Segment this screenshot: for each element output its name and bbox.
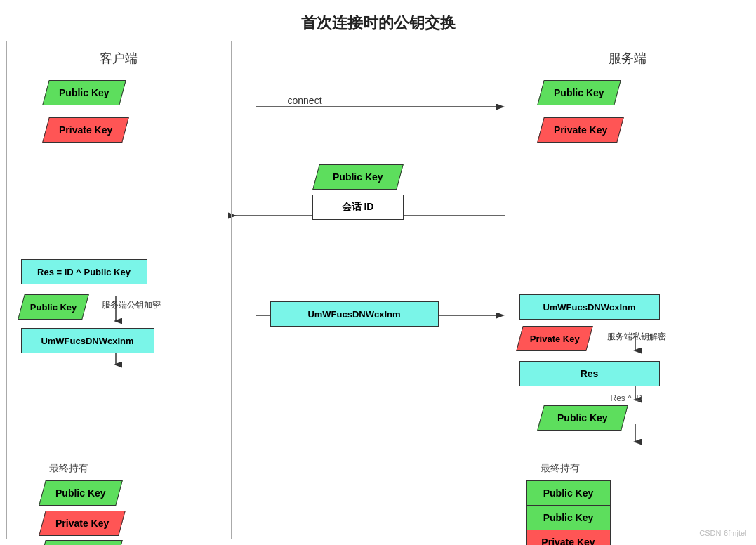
- client-title: 客户端: [7, 41, 231, 72]
- client-res-formula: Res = ID ^ Public Key: [21, 259, 147, 284]
- server-public-key-init: Public Key: [541, 80, 618, 105]
- server-res-pub-key: Public Key: [541, 405, 625, 431]
- server-private-key-init: Private Key: [541, 117, 621, 143]
- server-decrypt-label: 服务端私钥解密: [607, 329, 666, 343]
- middle-encoded-box: UmWFucsDNWcxInm: [270, 301, 439, 327]
- client-private-key-init: Private Key: [46, 117, 126, 143]
- server-column: 服务端 Public Key Private Key UmWFucsDNWcxI…: [505, 41, 750, 539]
- server-final-label: 最终持有: [541, 461, 580, 475]
- main-title: 首次连接时的公钥交换: [0, 0, 756, 41]
- client-final-label: 最终持有: [49, 461, 88, 475]
- server-final-pub1: Public Key: [526, 480, 611, 506]
- server-encoded-box: UmWFucsDNWcxInm: [519, 294, 660, 320]
- session-id-box: 会话 ID: [312, 195, 404, 220]
- middle-column: connect Public Key 会话 ID UmWFucsDNWcxInm: [232, 41, 505, 539]
- watermark: CSDN-6fmjtel: [699, 529, 746, 537]
- server-encrypt-label: 服务端公钥加密: [102, 298, 161, 311]
- middle-public-key: Public Key: [316, 164, 400, 190]
- diagram-area: 客户端 Public Key Private Key Res = ID ^ Pu…: [6, 41, 750, 539]
- server-decrypt-private-key: Private Key: [519, 326, 590, 351]
- client-public-key-init: Public Key: [46, 80, 123, 105]
- server-title: 服务端: [505, 41, 750, 72]
- connect-label: connect: [288, 94, 322, 107]
- client-final-pub1: Public Key: [42, 480, 119, 506]
- server-res-box: Res: [519, 361, 660, 386]
- client-encoded-box: UmWFucsDNWcxInm: [21, 328, 154, 353]
- client-final-pub2: Public Key: [42, 540, 119, 545]
- server-final-pub2: Public Key: [526, 505, 611, 530]
- client-public-key-encrypt: Public Key: [21, 294, 86, 320]
- client-final-priv: Private Key: [42, 511, 122, 536]
- client-column: 客户端 Public Key Private Key Res = ID ^ Pu…: [7, 41, 232, 539]
- server-final-priv: Private Key: [526, 530, 611, 545]
- res-xor-label: Res ^ ID: [611, 391, 643, 404]
